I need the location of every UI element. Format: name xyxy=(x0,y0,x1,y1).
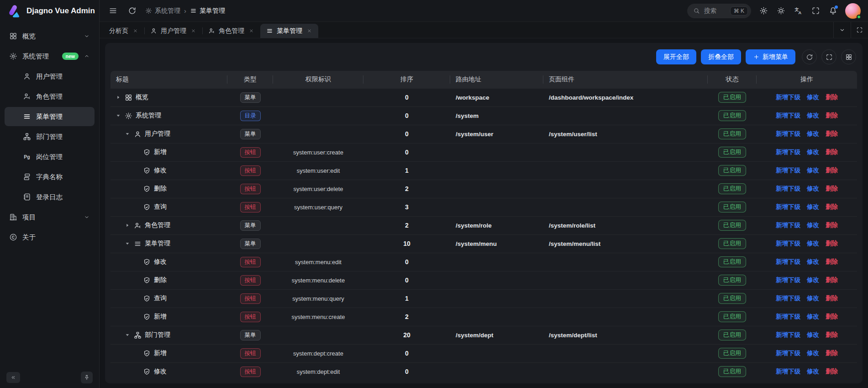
edit-link[interactable]: 修改 xyxy=(807,331,819,338)
add-child-link[interactable]: 新增下级 xyxy=(776,368,800,375)
settings-button[interactable] xyxy=(758,5,769,17)
caret-right-icon[interactable] xyxy=(124,222,131,229)
table-fullscreen-button[interactable] xyxy=(821,49,836,64)
edit-link[interactable]: 修改 xyxy=(807,112,819,119)
add-child-link[interactable]: 新增下级 xyxy=(776,130,800,137)
tab-close-icon[interactable] xyxy=(132,28,138,34)
sidebar-item-overview[interactable]: 概览 xyxy=(5,27,95,46)
tab-close-icon[interactable] xyxy=(306,28,312,34)
delete-link[interactable]: 删除 xyxy=(826,130,838,137)
notifications-button[interactable] xyxy=(827,5,839,17)
edit-link[interactable]: 修改 xyxy=(807,222,819,229)
sidebar-collapse-button[interactable] xyxy=(6,372,20,383)
edit-link[interactable]: 修改 xyxy=(807,167,819,174)
delete-link[interactable]: 删除 xyxy=(826,350,838,356)
collapse-all-button[interactable]: 折叠全部 xyxy=(701,49,741,64)
delete-link[interactable]: 删除 xyxy=(826,185,838,192)
fullscreen-button[interactable] xyxy=(810,5,821,17)
sidebar-item-dept[interactable]: 部门管理 xyxy=(5,127,95,146)
tab-user[interactable]: 用户管理 xyxy=(144,24,202,38)
language-button[interactable]: 文A xyxy=(792,5,804,17)
add-child-link[interactable]: 新增下级 xyxy=(776,112,800,119)
add-child-link[interactable]: 新增下级 xyxy=(776,276,800,283)
caret-down-icon[interactable] xyxy=(124,240,131,247)
breadcrumb-item-menu[interactable]: 菜单管理 xyxy=(190,7,225,15)
sidebar-item-project[interactable]: 项目 xyxy=(5,207,95,227)
breadcrumb-item-system[interactable]: 系统管理 xyxy=(145,7,180,15)
page-refresh-button[interactable] xyxy=(126,5,138,17)
edit-link[interactable]: 修改 xyxy=(807,203,819,210)
add-child-link[interactable]: 新增下级 xyxy=(776,313,800,320)
add-child-link[interactable]: 新增下级 xyxy=(776,203,800,210)
edit-link[interactable]: 修改 xyxy=(807,313,819,320)
search-input[interactable]: 搜索 ⌘ K xyxy=(687,4,751,18)
add-child-link[interactable]: 新增下级 xyxy=(776,185,800,192)
delete-link[interactable]: 删除 xyxy=(826,331,838,338)
sidebar-toggle-button[interactable] xyxy=(107,5,119,17)
edit-link[interactable]: 修改 xyxy=(807,94,819,101)
edit-link[interactable]: 修改 xyxy=(807,276,819,283)
tabs-maximize-button[interactable] xyxy=(851,22,868,38)
add-child-link[interactable]: 新增下级 xyxy=(776,350,800,356)
chevron-down-icon xyxy=(84,214,90,220)
tab-menu[interactable]: 菜单管理 xyxy=(260,24,318,38)
add-child-link[interactable]: 新增下级 xyxy=(776,94,800,101)
delete-link[interactable]: 删除 xyxy=(826,222,838,229)
expand-all-button[interactable]: 展开全部 xyxy=(656,49,696,64)
table-refresh-button[interactable] xyxy=(802,49,817,64)
avatar[interactable] xyxy=(845,3,861,19)
caret-right-icon[interactable] xyxy=(115,94,121,101)
sidebar-item-dict[interactable]: 字典名称 xyxy=(5,167,95,186)
edit-link[interactable]: 修改 xyxy=(807,240,819,247)
edit-link[interactable]: 修改 xyxy=(807,350,819,356)
add-child-link[interactable]: 新增下级 xyxy=(776,258,800,265)
edit-link[interactable]: 修改 xyxy=(807,295,819,302)
edit-link[interactable]: 修改 xyxy=(807,149,819,155)
delete-link[interactable]: 删除 xyxy=(826,240,838,247)
tab-label: 菜单管理 xyxy=(277,27,302,35)
tab-role[interactable]: 角色管理 xyxy=(202,24,260,38)
delete-link[interactable]: 删除 xyxy=(826,203,838,210)
caret-down-icon[interactable] xyxy=(115,112,121,119)
delete-link[interactable]: 删除 xyxy=(826,276,838,283)
tab-close-icon[interactable] xyxy=(248,28,254,34)
sidebar-item-log[interactable]: 登录日志 xyxy=(5,187,95,207)
table-row: 查询按钮system:menu:query1已启用新增下级修改删除 xyxy=(110,289,857,308)
sidebar-item-role[interactable]: 角色管理 xyxy=(5,87,95,106)
tab-close-icon[interactable] xyxy=(190,28,196,34)
sidebar-item-about[interactable]: 关于 xyxy=(5,228,95,247)
edit-link[interactable]: 修改 xyxy=(807,185,819,192)
add-child-link[interactable]: 新增下级 xyxy=(776,295,800,302)
sidebar-pin-button[interactable] xyxy=(81,372,93,383)
delete-link[interactable]: 删除 xyxy=(826,94,838,101)
add-child-link[interactable]: 新增下级 xyxy=(776,167,800,174)
delete-link[interactable]: 删除 xyxy=(826,149,838,155)
delete-link[interactable]: 删除 xyxy=(826,295,838,302)
caret-down-icon[interactable] xyxy=(124,131,131,137)
perm-cell: system:user:create xyxy=(273,143,363,161)
add-menu-button[interactable]: 新增菜单 xyxy=(746,49,795,64)
table-columns-button[interactable] xyxy=(841,49,856,64)
tab-analytics[interactable]: 分析页 xyxy=(103,24,144,38)
delete-link[interactable]: 删除 xyxy=(826,112,838,119)
add-child-link[interactable]: 新增下级 xyxy=(776,222,800,229)
add-child-link[interactable]: 新增下级 xyxy=(776,149,800,155)
route-cell xyxy=(450,161,543,180)
sidebar-item-menu[interactable]: 菜单管理 xyxy=(5,107,95,126)
edit-link[interactable]: 修改 xyxy=(807,368,819,375)
sidebar-item-system[interactable]: 系统管理new xyxy=(5,47,95,66)
edit-link[interactable]: 修改 xyxy=(807,258,819,265)
theme-button[interactable] xyxy=(775,5,787,17)
delete-link[interactable]: 删除 xyxy=(826,368,838,375)
sidebar-item-user[interactable]: 用户管理 xyxy=(5,67,95,86)
delete-link[interactable]: 删除 xyxy=(826,258,838,265)
caret-down-icon[interactable] xyxy=(124,332,131,338)
project-icon xyxy=(9,213,17,221)
add-child-link[interactable]: 新增下级 xyxy=(776,331,800,338)
tabs-dropdown-button[interactable] xyxy=(833,22,851,38)
sidebar-item-post[interactable]: Pg岗位管理 xyxy=(5,147,95,166)
delete-link[interactable]: 删除 xyxy=(826,313,838,320)
delete-link[interactable]: 删除 xyxy=(826,167,838,174)
edit-link[interactable]: 修改 xyxy=(807,130,819,137)
add-child-link[interactable]: 新增下级 xyxy=(776,240,800,247)
